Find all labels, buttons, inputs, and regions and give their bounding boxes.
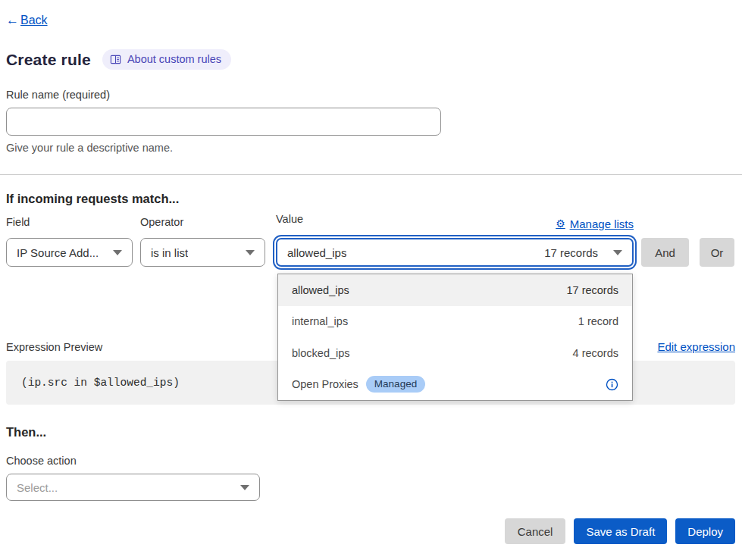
- back-label: Back: [20, 14, 48, 27]
- rule-name-helper: Give your rule a descriptive name.: [6, 142, 735, 154]
- deploy-button[interactable]: Deploy: [675, 518, 735, 544]
- expression-preview-label: Expression Preview: [6, 341, 102, 353]
- about-custom-rules-link[interactable]: About custom rules: [102, 49, 231, 70]
- about-badge-label: About custom rules: [127, 53, 221, 65]
- list-item-left: Open Proxies Managed: [292, 376, 425, 393]
- back-arrow-icon: ←: [6, 13, 19, 28]
- choose-action-label: Choose action: [6, 455, 735, 467]
- chevron-down-icon: [613, 250, 622, 255]
- value-select-value: allowed_ips: [287, 246, 346, 259]
- andor-group: And Or: [641, 238, 734, 267]
- then-section-heading: Then...: [6, 425, 735, 440]
- gear-icon: ⚙: [556, 217, 565, 230]
- list-item-open-proxies[interactable]: Open Proxies Managed: [278, 369, 632, 401]
- create-rule-page: ← Back Create rule About custom rules Ru…: [0, 0, 742, 544]
- save-as-draft-button[interactable]: Save as Draft: [574, 518, 667, 544]
- operator-column: Operator is in list: [140, 216, 265, 267]
- list-item-name: allowed_ips: [292, 284, 349, 296]
- value-records-count: 17 records: [544, 246, 598, 259]
- value-dropdown-panel: allowed_ips 17 records internal_ips 1 re…: [277, 274, 633, 401]
- field-column: Field IP Source Add...: [6, 216, 133, 267]
- info-icon[interactable]: [606, 378, 618, 391]
- list-item-records: 17 records: [566, 284, 618, 296]
- list-item-records: 4 records: [573, 347, 618, 359]
- field-select-value: IP Source Add...: [17, 246, 99, 259]
- value-column: Value ⚙ Manage lists allowed_ips 17 reco…: [276, 216, 634, 267]
- or-button[interactable]: Or: [700, 238, 734, 267]
- book-icon: [110, 54, 121, 65]
- back-row: ← Back: [6, 0, 735, 28]
- list-item-blocked-ips[interactable]: blocked_ips 4 records: [278, 337, 632, 369]
- chevron-down-icon: [246, 250, 255, 255]
- list-item-allowed-ips[interactable]: allowed_ips 17 records: [278, 274, 632, 306]
- cancel-button[interactable]: Cancel: [505, 518, 566, 544]
- back-link[interactable]: ← Back: [6, 13, 48, 28]
- operator-select[interactable]: is in list: [140, 238, 265, 267]
- field-select[interactable]: IP Source Add...: [6, 238, 133, 267]
- value-label: Value: [276, 213, 303, 228]
- list-item-name: internal_ips: [292, 315, 348, 327]
- managed-badge: Managed: [366, 376, 425, 393]
- chevron-down-icon: [113, 250, 122, 255]
- list-item-name: blocked_ips: [292, 347, 350, 359]
- list-item-internal-ips[interactable]: internal_ips 1 record: [278, 306, 632, 338]
- footer-actions: Cancel Save as Draft Deploy: [6, 518, 735, 544]
- rule-name-label: Rule name (required): [6, 89, 735, 101]
- action-select-placeholder: Select...: [17, 481, 58, 494]
- title-row: Create rule About custom rules: [6, 49, 735, 70]
- field-label: Field: [6, 216, 133, 231]
- rule-name-input[interactable]: [6, 108, 441, 136]
- page-title: Create rule: [6, 51, 91, 69]
- operator-label: Operator: [140, 216, 265, 231]
- match-controls-row: Field IP Source Add... Operator is in li…: [6, 216, 735, 267]
- match-section-heading: If incoming requests match...: [6, 192, 735, 206]
- and-button[interactable]: And: [641, 238, 689, 267]
- operator-select-value: is in list: [151, 246, 188, 259]
- value-select[interactable]: allowed_ips 17 records: [276, 238, 634, 267]
- value-label-row: Value ⚙ Manage lists: [276, 216, 634, 231]
- manage-lists-link[interactable]: ⚙ Manage lists: [556, 217, 634, 230]
- list-item-name: Open Proxies: [292, 378, 358, 390]
- action-select[interactable]: Select...: [6, 474, 260, 501]
- section-divider: [0, 174, 742, 175]
- manage-lists-label: Manage lists: [570, 217, 634, 230]
- list-item-records: 1 record: [578, 315, 618, 327]
- edit-expression-link[interactable]: Edit expression: [657, 340, 735, 353]
- value-select-right: 17 records: [544, 246, 622, 259]
- chevron-down-icon: [240, 485, 249, 490]
